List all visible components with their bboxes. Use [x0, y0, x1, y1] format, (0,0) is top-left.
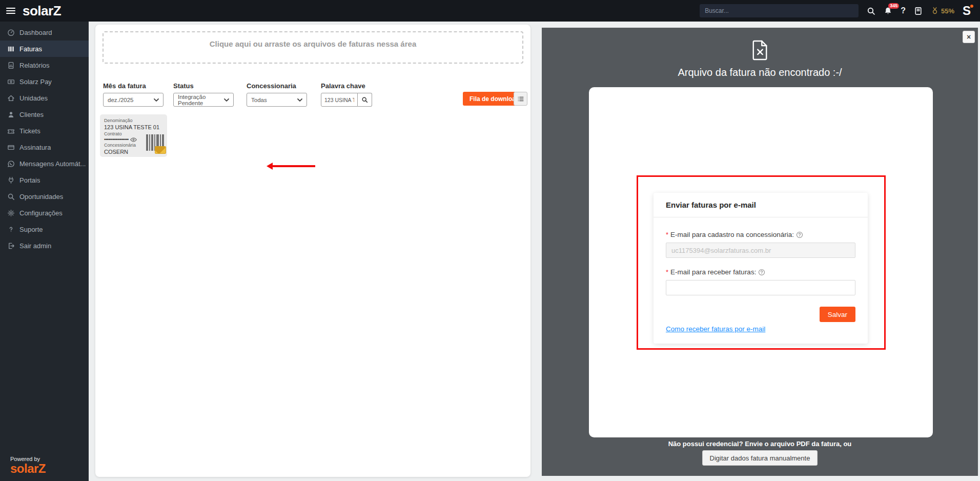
keyword-search-button[interactable]	[358, 93, 372, 107]
list-view-button[interactable]	[514, 92, 527, 106]
gamification-score[interactable]: 55%	[931, 7, 954, 15]
menu-icon[interactable]	[6, 8, 15, 14]
help-circle-icon[interactable]	[758, 269, 765, 276]
sidebar-item-label: Assinatura	[19, 144, 51, 151]
powered-by: Powered by solarZ	[10, 456, 46, 475]
sidebar-item-portais[interactable]: Portais	[0, 172, 89, 188]
close-icon: ×	[967, 33, 971, 41]
manual-entry-button[interactable]: Digitar dados fatura manualmente	[702, 450, 818, 466]
sidebar-item-label: Dashboard	[19, 29, 52, 36]
concessionaire-select[interactable]: Todas	[247, 93, 307, 107]
sidebar: Dashboard Faturas Relatórios Solarz Pay …	[0, 22, 89, 481]
barcode-icon	[7, 45, 15, 53]
eye-icon[interactable]	[130, 137, 137, 142]
filter-label-concessionaria: Concessionaria	[247, 82, 296, 90]
how-to-receive-link[interactable]: Como receber faturas por e-mail	[666, 325, 765, 333]
registration-email-input	[666, 243, 855, 258]
powered-by-logo: solarZ	[10, 462, 46, 475]
filter-label-palavra-chave: Palavra chave	[321, 82, 365, 90]
home-icon	[7, 94, 15, 102]
money-icon	[7, 78, 15, 86]
concessionaire-select-wrap: Todas	[247, 93, 307, 107]
sidebar-item-mensagens[interactable]: Mensagens Automát...	[0, 155, 89, 172]
registration-email-label: * E-mail para cadastro na concessionária…	[666, 231, 855, 238]
whatsapp-icon	[7, 160, 15, 168]
bell-icon[interactable]: 345	[884, 7, 892, 15]
email-form-card: Enviar faturas por e-mail * E-mail para …	[654, 193, 868, 344]
sidebar-item-sair[interactable]: Sair admin	[0, 237, 89, 254]
chevron-down-icon	[154, 98, 159, 102]
dropzone-text: Clique aqui ou arraste os arquivos de fa…	[104, 39, 522, 48]
sidebar-item-label: Mensagens Automát...	[19, 160, 86, 168]
sidebar-item-label: Relatórios	[19, 62, 50, 69]
sidebar-item-label: Portais	[19, 176, 40, 184]
search-icon	[7, 193, 15, 201]
contract-value-masked: ••••••••••••••••••	[104, 137, 129, 143]
receive-email-input[interactable]	[666, 280, 855, 295]
global-search-input[interactable]	[700, 4, 859, 17]
sidebar-item-label: Tickets	[19, 127, 40, 135]
filter-label-status: Status	[173, 82, 194, 90]
month-select[interactable]: dez./2025	[103, 93, 164, 107]
score-label: 55%	[941, 7, 954, 15]
keyword-search-wrap	[321, 93, 372, 107]
status-select-value: Integração Pendente	[178, 94, 222, 106]
status-select[interactable]: Integração Pendente	[173, 93, 234, 107]
save-button[interactable]: Salvar	[820, 307, 855, 322]
required-mark: *	[666, 268, 668, 276]
user-avatar[interactable]: S	[963, 5, 971, 17]
help-circle-icon[interactable]	[796, 231, 803, 238]
notification-badge: 345	[888, 3, 899, 9]
sidebar-item-suporte[interactable]: Suporte	[0, 221, 89, 237]
question-icon	[7, 226, 15, 233]
file-not-found-icon	[751, 40, 769, 61]
email-envelope-icon	[155, 146, 166, 154]
keyword-input[interactable]	[321, 93, 358, 107]
sidebar-item-label: Configurações	[19, 209, 63, 217]
sidebar-item-label: Faturas	[19, 45, 42, 53]
denomination-label: Denominação	[104, 118, 163, 124]
dashboard-icon	[7, 29, 15, 36]
concessionaire-select-value: Todas	[251, 97, 267, 103]
sidebar-item-assinatura[interactable]: Assinatura	[0, 139, 89, 155]
sidebar-item-label: Suporte	[19, 226, 43, 233]
navbar-right: 345 ? 55% S	[700, 4, 980, 17]
plug-icon	[7, 176, 15, 184]
sidebar-item-label: Unidades	[19, 94, 48, 102]
sidebar-item-oportunidades[interactable]: Oportunidades	[0, 188, 89, 205]
chevron-down-icon	[224, 98, 229, 102]
gear-icon	[7, 209, 15, 217]
sidebar-item-relatorios[interactable]: Relatórios	[0, 57, 89, 73]
signout-icon	[7, 242, 15, 250]
medal-icon	[931, 7, 939, 15]
top-navbar: solarZ 345 ? 55% S	[0, 0, 980, 22]
file-dropzone[interactable]: Clique aqui ou arraste os arquivos de fa…	[103, 31, 523, 64]
sidebar-item-label: Clientes	[19, 111, 44, 118]
search-icon[interactable]	[867, 7, 875, 15]
help-icon[interactable]: ?	[901, 6, 906, 15]
sidebar-item-configuracoes[interactable]: Configurações	[0, 205, 89, 221]
list-icon	[517, 95, 524, 103]
user-icon	[7, 111, 15, 118]
sidebar-item-solarz-pay[interactable]: Solarz Pay	[0, 73, 89, 90]
invoice-card[interactable]: Denominação 123 USINA TESTE 01 Contrato …	[100, 114, 167, 157]
app-logo[interactable]: solarZ	[23, 3, 61, 19]
ticket-icon	[7, 127, 15, 135]
sidebar-item-label: Sair admin	[19, 242, 51, 250]
annotation-arrow	[272, 165, 315, 167]
sidebar-item-label: Oportunidades	[19, 193, 63, 201]
report-icon	[7, 62, 15, 69]
card-icon	[7, 144, 15, 151]
no-credential-text: Não possui credencial? Envie o arquivo P…	[542, 440, 978, 448]
sidebar-item-tickets[interactable]: Tickets	[0, 123, 89, 139]
denomination-value: 123 USINA TESTE 01	[104, 124, 163, 131]
close-button[interactable]: ×	[963, 31, 975, 43]
changelog-icon[interactable]	[914, 7, 923, 15]
sidebar-item-dashboard[interactable]: Dashboard	[0, 24, 89, 41]
invoice-detail-panel: × Arquivo da fatura não encontrado :-/ E…	[542, 28, 978, 476]
chevron-down-icon	[297, 98, 302, 102]
sidebar-item-unidades[interactable]: Unidades	[0, 90, 89, 106]
sidebar-item-clientes[interactable]: Clientes	[0, 106, 89, 123]
app-root: solarZ 345 ? 55% S Dashb	[0, 0, 980, 481]
sidebar-item-faturas[interactable]: Faturas	[0, 41, 89, 57]
